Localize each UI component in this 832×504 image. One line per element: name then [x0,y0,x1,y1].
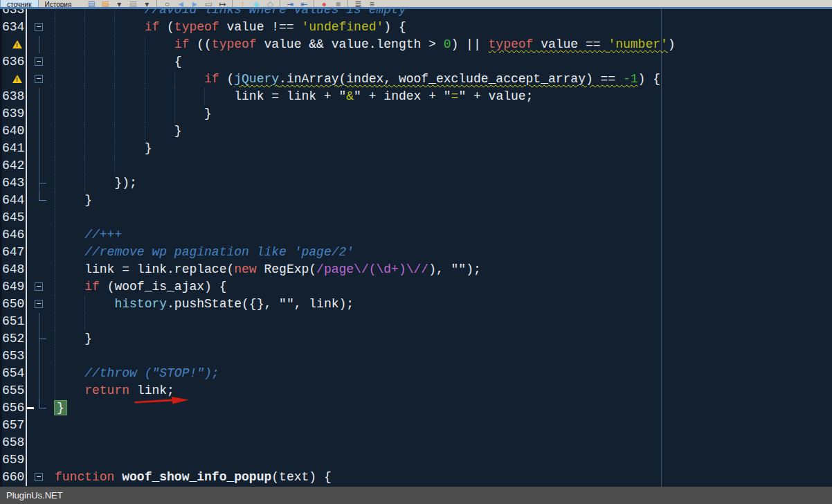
code-text[interactable]: if (typeof value !== 'undefined') { [55,19,832,36]
code-text[interactable]: } [55,192,832,209]
code-content: if (jQuery.inArray(index, woof_exclude_a… [55,72,660,86]
code-line[interactable]: 651 [2,313,832,330]
code-line[interactable]: 649 if (woof_is_ajax) { [2,278,832,296]
code-line[interactable]: 650 history.pushState({}, "", link); [2,296,832,313]
code-line[interactable]: 640 } [2,123,832,140]
open-document-icon[interactable]: ▤ [98,0,112,7]
code-line[interactable]: 636 { [2,53,832,71]
code-text[interactable]: if ((typeof value && value.length > 0) |… [55,36,832,53]
code-line[interactable]: 641 } [2,140,832,157]
code-line[interactable]: 658 [2,434,832,451]
code-line[interactable]: 648 link = link.replace(new RegExp(/page… [2,261,832,278]
code-line[interactable]: 644 } [2,192,832,209]
code-line[interactable]: 634 if (typeof value !== 'undefined') { [2,19,832,36]
code-text[interactable]: return link; [55,382,832,399]
code-line[interactable]: 639 } [2,105,832,123]
code-text[interactable]: link = link + "&" + index + "=" + value; [55,88,832,105]
indent-icon[interactable]: ⇥ [283,0,297,7]
code-line[interactable]: ! if (jQuery.inArray(index, woof_exclude… [2,71,832,88]
window-icon[interactable]: ▭ [201,0,215,7]
code-line[interactable]: 643 }); [2,174,832,192]
indent-guide [84,88,85,105]
indent-guide [55,382,55,399]
code-text[interactable] [55,417,832,434]
indent-guide [55,261,55,278]
code-text[interactable] [55,434,832,451]
code-line[interactable]: 642 [2,157,832,174]
fold-margin [27,434,55,451]
stop-icon[interactable]: ■ [331,0,345,7]
code-content: { [55,55,182,69]
indent-guide [55,192,55,209]
code-line[interactable]: 656} [2,399,832,417]
fold-toggle-icon[interactable] [35,75,43,83]
code-text[interactable] [55,451,832,469]
code-line[interactable]: ! if ((typeof value && value.length > 0)… [2,36,832,53]
code-line[interactable]: 655 return link; [2,382,832,399]
code-text[interactable]: //throw ("STOP!"); [55,365,832,382]
code-token: return [84,384,129,397]
prev-bookmark-icon[interactable]: ◆ [249,0,263,7]
code-text[interactable]: } [55,123,832,140]
editor[interactable]: 633 //avoid links where values is empty6… [0,9,832,487]
code-line[interactable]: 647 //remove wp pagination like 'page/2' [2,244,832,261]
indent-guide [84,157,85,174]
forward-dropdown-caret-icon[interactable]: ▾ [140,0,154,7]
nav-back-icon[interactable]: ◄ [174,0,188,7]
code-line[interactable]: 652 } [2,330,832,348]
code-content: }); [55,176,137,190]
code-text[interactable]: //+++ [55,226,832,244]
open-dropdown-caret-icon[interactable]: ▾ [112,0,126,7]
code-text[interactable]: }); [55,174,832,192]
bookmark-up-icon[interactable]: ↑ [235,0,249,7]
code-text[interactable]: { [55,53,832,71]
code-text[interactable]: history.pushState({}, "", link); [55,296,832,313]
code-text[interactable]: function woof_show_info_popup(text) { [55,469,832,486]
code-text[interactable]: if (woof_is_ajax) { [55,278,832,296]
code-text[interactable]: } [55,330,832,348]
tab-История[interactable]: История [39,0,78,7]
tab-сточник[interactable]: сточник [0,0,39,7]
code-line[interactable]: 638 link = link + "&" + index + "=" + va… [2,88,832,105]
code-text[interactable]: link = link.replace(new RegExp(/page\/(\… [55,261,832,278]
code-text[interactable] [55,209,832,226]
code-line[interactable]: 659 [2,451,832,469]
list-compact-icon[interactable]: ≡ [365,0,379,7]
code-text[interactable]: if (jQuery.inArray(index, woof_exclude_a… [55,71,832,88]
code-text[interactable]: //avoid links where values is empty [55,9,832,19]
fold-toggle-icon[interactable] [35,23,43,31]
code-line[interactable]: 645 [2,209,832,226]
fold-toggle-icon[interactable] [35,473,43,481]
code-text[interactable]: } [55,140,832,157]
new-document-icon[interactable]: ▤ [84,0,98,7]
search-icon[interactable]: ○ [160,0,174,7]
list-detail-icon[interactable]: ≣ [351,0,365,7]
indent-guide [145,53,145,71]
code-text[interactable]: //remove wp pagination like 'page/2' [55,244,832,261]
code-line[interactable]: 660function woof_show_info_popup(text) { [2,469,832,486]
nav-forward-icon[interactable]: ► [188,0,201,7]
code-token: //throw ("STOP!"); [84,366,219,380]
goto-line-icon[interactable]: ↦ [215,0,229,7]
code-text[interactable] [55,348,832,365]
code-line[interactable]: 654 //throw ("STOP!"); [2,365,832,382]
fold-toggle-icon[interactable] [35,300,43,308]
fold-toggle-icon[interactable] [35,282,43,291]
fold-toggle-icon[interactable] [35,57,43,66]
fold-margin [27,19,55,36]
code-line[interactable]: 657 [2,417,832,434]
code-line[interactable]: 633 //avoid links where values is empty [2,9,832,19]
indent-guide [55,88,55,105]
outdent-icon[interactable]: ⇤ [297,0,311,7]
code-line[interactable]: 646 //+++ [2,226,832,244]
forward-document-icon[interactable]: ▤ [126,0,140,7]
code-text[interactable] [55,157,832,174]
code-line[interactable]: 653 [2,348,832,365]
next-bookmark-icon[interactable]: ◇ [263,0,277,7]
code-text[interactable] [55,313,832,330]
code-token: /page\/(\d+)\// [316,262,428,276]
fold-line [39,36,39,53]
code-text[interactable]: } [55,105,832,123]
code-token: "" [279,297,294,311]
record-icon[interactable]: ● [317,0,331,7]
